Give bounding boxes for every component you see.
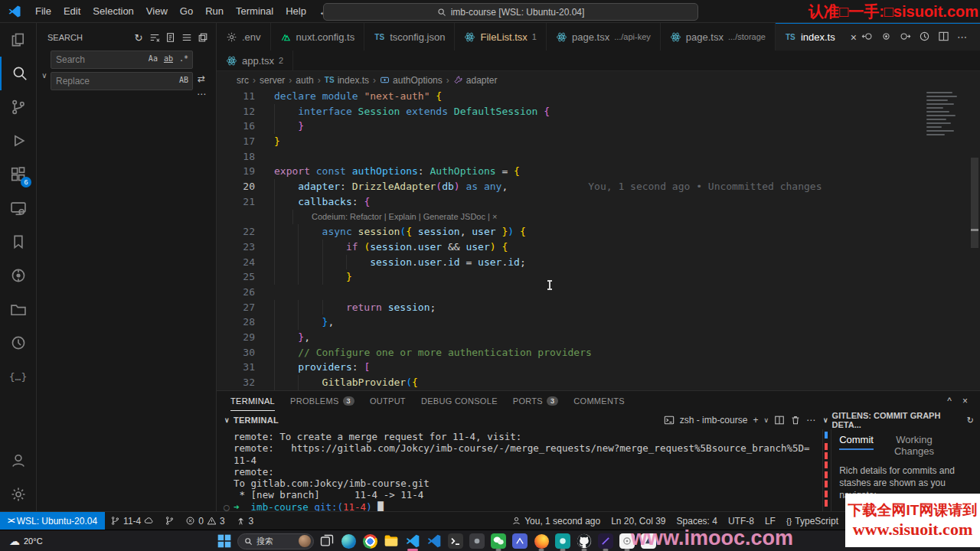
whole-word-toggle[interactable]: ab bbox=[162, 54, 175, 64]
refresh-button[interactable]: ↻ bbox=[132, 31, 145, 44]
activity-search[interactable] bbox=[0, 57, 38, 90]
taskbar-weather[interactable]: ☁ 20°C bbox=[9, 530, 43, 551]
view-as-tree-button[interactable] bbox=[196, 31, 210, 44]
preserve-case-toggle[interactable]: AB bbox=[178, 75, 190, 85]
panel-tab-comments[interactable]: COMMENTS bbox=[573, 391, 625, 411]
panel-tab-debug-console[interactable]: DEBUG CONSOLE bbox=[421, 391, 498, 411]
open-new-search-editor-button[interactable] bbox=[164, 31, 178, 44]
more-actions-icon[interactable]: ⋯ bbox=[806, 415, 815, 425]
taskbar-start[interactable] bbox=[216, 533, 233, 549]
activity-remote-explorer[interactable] bbox=[0, 191, 36, 225]
taskbar-vscode-2[interactable] bbox=[426, 533, 443, 549]
activity-gitlens[interactable] bbox=[0, 259, 36, 292]
menu-help[interactable]: Help bbox=[279, 0, 312, 23]
breadcrumb-authoptions[interactable]: authOptions bbox=[380, 75, 443, 86]
menu-run[interactable]: Run bbox=[199, 0, 230, 23]
activity-extensions[interactable]: 6 bbox=[0, 158, 36, 191]
gitlens-tab-commit[interactable]: Commit bbox=[839, 434, 874, 450]
breadcrumb-auth[interactable]: auth bbox=[296, 75, 313, 86]
codelens-row[interactable]: Codeium: Refactor | Explain | Generate J… bbox=[217, 210, 980, 225]
tab-index-ts[interactable]: TSindex.ts×⋯ bbox=[776, 23, 980, 51]
command-center-search[interactable]: imb-course [WSL: Ubuntu-20.04] bbox=[323, 3, 698, 21]
panel-tab-terminal[interactable]: TERMINAL bbox=[230, 391, 275, 411]
tab-app-tsx[interactable]: app.tsx2 bbox=[217, 51, 293, 70]
activity-explorer[interactable] bbox=[0, 23, 36, 57]
split-terminal-icon[interactable] bbox=[774, 415, 785, 425]
menu-selection[interactable]: Selection bbox=[87, 0, 139, 23]
terminal-dropdown-button[interactable]: ∨ bbox=[763, 416, 769, 424]
taskbar-firefox[interactable] bbox=[533, 533, 550, 549]
new-terminal-button[interactable]: + bbox=[753, 415, 758, 425]
clear-search-results-button[interactable] bbox=[148, 31, 162, 44]
breadcrumb-index-ts[interactable]: TSindex.ts bbox=[325, 75, 369, 86]
shell-label[interactable]: zsh - imb-course bbox=[680, 415, 748, 425]
gitlens-tab-working-changes[interactable]: Working Changes bbox=[887, 434, 941, 457]
activity-gitlens-inspect[interactable] bbox=[0, 326, 36, 360]
ports-status[interactable]: 3 bbox=[230, 512, 260, 530]
activity-settings[interactable] bbox=[0, 478, 36, 511]
taskbar-app-blue[interactable] bbox=[511, 533, 528, 549]
expand-all-button[interactable] bbox=[180, 31, 194, 44]
panel-close-button[interactable]: × bbox=[962, 396, 968, 406]
toggle-replace-button[interactable]: ∨ bbox=[38, 51, 51, 99]
breadcrumb-src[interactable]: src bbox=[237, 75, 249, 86]
remote-indicator[interactable]: ><WSL: Ubuntu-20.04 bbox=[0, 512, 105, 530]
terminal-output[interactable]: remote: To create a merge request for 11… bbox=[217, 429, 822, 511]
activity-snippets[interactable]: {…} bbox=[0, 360, 36, 393]
menu-view[interactable]: View bbox=[140, 0, 174, 23]
more-actions-icon[interactable]: ⋯ bbox=[957, 31, 967, 43]
activity-run-debug[interactable] bbox=[0, 124, 36, 158]
panel-tab-problems[interactable]: PROBLEMS3 bbox=[290, 391, 354, 411]
gitlens-history-icon[interactable] bbox=[919, 31, 930, 44]
taskbar-github[interactable] bbox=[576, 533, 593, 549]
regex-toggle[interactable]: .* bbox=[178, 54, 190, 64]
taskbar-terminal-app[interactable] bbox=[447, 533, 464, 549]
close-icon[interactable]: × bbox=[840, 31, 857, 44]
blame-status[interactable]: You, 1 second ago bbox=[506, 512, 606, 530]
replace-all-button[interactable]: ⇄ bbox=[198, 73, 205, 84]
chevron-down-icon[interactable]: ∨ bbox=[224, 416, 230, 424]
taskbar-search[interactable]: 搜索 bbox=[237, 533, 314, 549]
taskbar-app-teal[interactable] bbox=[554, 533, 571, 549]
gitlens-prev-icon[interactable] bbox=[861, 31, 873, 44]
tab-tsconfig-json[interactable]: TStsconfig.json bbox=[364, 23, 455, 51]
tab--env[interactable]: .env bbox=[217, 23, 271, 51]
menu-terminal[interactable]: Terminal bbox=[230, 0, 279, 23]
search-details-button[interactable]: ⋯ bbox=[197, 89, 206, 99]
split-editor-icon[interactable] bbox=[938, 31, 949, 44]
taskbar-wechat[interactable] bbox=[490, 533, 507, 549]
editor-scrollbar[interactable] bbox=[971, 158, 978, 248]
breadcrumb-server[interactable]: server bbox=[260, 75, 285, 86]
panel-maximize-button[interactable]: ^ bbox=[947, 396, 952, 406]
panel-tab-output[interactable]: OUTPUT bbox=[370, 391, 406, 411]
branch-status[interactable]: 11-4 bbox=[105, 512, 159, 530]
gitlens-next-icon[interactable] bbox=[900, 31, 911, 44]
tab-nuxt-config-ts[interactable]: nuxt.config.ts bbox=[271, 23, 365, 51]
breadcrumb-adapter[interactable]: adapter bbox=[453, 75, 498, 86]
minimap[interactable] bbox=[926, 92, 962, 135]
activity-project-manager[interactable] bbox=[0, 292, 36, 326]
activity-accounts[interactable] bbox=[0, 444, 36, 478]
tab-page-tsx[interactable]: page.tsx.../storage bbox=[661, 23, 776, 51]
match-case-toggle[interactable]: Aa bbox=[147, 54, 159, 64]
taskbar-edge[interactable] bbox=[340, 533, 357, 549]
gitlens-launchpad[interactable] bbox=[159, 512, 180, 530]
chevron-down-icon[interactable]: ∨ bbox=[823, 416, 828, 424]
kill-terminal-icon[interactable] bbox=[790, 415, 801, 425]
taskbar-file-explorer[interactable] bbox=[383, 533, 400, 549]
code-editor[interactable]: 11declare module "next-auth" {12 interfa… bbox=[217, 89, 980, 390]
activity-bookmarks[interactable] bbox=[0, 225, 36, 259]
menu-go[interactable]: Go bbox=[174, 0, 199, 23]
activity-source-control[interactable] bbox=[0, 90, 36, 124]
taskbar-task-view[interactable] bbox=[318, 533, 335, 549]
taskbar-vscode[interactable] bbox=[404, 533, 421, 549]
gitlens-current-icon[interactable] bbox=[880, 31, 892, 44]
menu-file[interactable]: File bbox=[29, 0, 57, 23]
tab-filelist-tsx[interactable]: FileList.tsx1 bbox=[455, 23, 547, 51]
replace-input[interactable] bbox=[51, 72, 193, 90]
panel-tab-ports[interactable]: PORTS3 bbox=[513, 391, 559, 411]
refresh-icon[interactable]: ↻ bbox=[967, 416, 974, 425]
problems-status[interactable]: 03 bbox=[180, 512, 230, 530]
taskbar-chrome[interactable] bbox=[361, 533, 378, 549]
taskbar-app-purple[interactable] bbox=[597, 533, 614, 549]
